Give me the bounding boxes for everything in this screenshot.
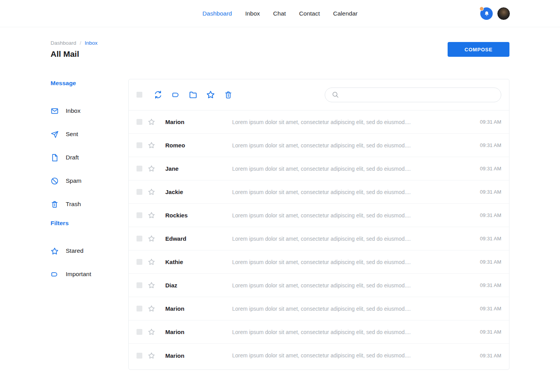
mail-list: Marion Lorem ipsum dolor sit amet, conse… <box>129 110 509 369</box>
sidebar-item-label: Spam <box>66 177 82 184</box>
star-icon[interactable] <box>148 142 155 149</box>
star-icon[interactable] <box>148 235 155 242</box>
sidebar-item-label: Stared <box>66 247 84 254</box>
mail-preview: Lorem ipsum dolor sit amet, consectetur … <box>232 306 474 312</box>
star-icon[interactable] <box>148 352 155 359</box>
mail-time: 09:31 AM <box>474 259 501 265</box>
mail-time: 09:31 AM <box>474 119 501 125</box>
mail-row[interactable]: Kathie Lorem ipsum dolor sit amet, conse… <box>129 250 509 274</box>
search-input[interactable] <box>343 92 495 98</box>
row-checkbox[interactable] <box>136 166 142 172</box>
mail-row[interactable]: Marion Lorem ipsum dolor sit amet, conse… <box>129 110 509 134</box>
mail-row[interactable]: Marion Lorem ipsum dolor sit amet, conse… <box>129 297 509 320</box>
mail-preview: Lorem ipsum dolor sit amet, consectetur … <box>232 282 474 289</box>
star-icon[interactable] <box>148 188 155 196</box>
sidebar-item-spam[interactable]: Spam <box>51 169 128 192</box>
mail-row[interactable]: Romeo Lorem ipsum dolor sit amet, consec… <box>129 134 509 157</box>
star-icon[interactable] <box>148 118 155 126</box>
nav-dashboard[interactable]: Dashboard <box>203 10 232 17</box>
row-checkbox[interactable] <box>136 189 142 195</box>
mail-preview: Lorem ipsum dolor sit amet, consectetur … <box>232 166 474 172</box>
star-icon[interactable] <box>148 282 155 289</box>
mail-sender: Diaz <box>165 282 232 289</box>
nav-contact[interactable]: Contact <box>299 10 320 17</box>
nav-chat[interactable]: Chat <box>273 10 286 17</box>
trash-icon <box>51 200 59 208</box>
trash-icon[interactable] <box>224 90 233 99</box>
mail-row[interactable]: Edward Lorem ipsum dolor sit amet, conse… <box>129 227 509 250</box>
mail-preview: Lorem ipsum dolor sit amet, consectetur … <box>232 329 474 335</box>
mail-sender: Kathie <box>165 259 232 265</box>
select-all-checkbox[interactable] <box>136 92 142 98</box>
draft-icon <box>51 154 59 162</box>
mail-row[interactable]: Marion Lorem ipsum dolor sit amet, conse… <box>129 344 509 367</box>
row-checkbox[interactable] <box>136 119 142 125</box>
row-checkbox[interactable] <box>136 353 142 359</box>
star-icon[interactable] <box>148 328 155 336</box>
sidebar-item-trash[interactable]: Trash <box>51 192 128 216</box>
star-icon[interactable] <box>148 165 155 172</box>
header-actions <box>480 0 510 27</box>
mail-row[interactable]: Jackie Lorem ipsum dolor sit amet, conse… <box>129 180 509 204</box>
mail-preview: Lorem ipsum dolor sit amet, consectetur … <box>232 189 474 195</box>
sidebar-item-stared[interactable]: Stared <box>51 239 128 262</box>
folder-icon[interactable] <box>189 90 198 99</box>
sidebar-item-inbox[interactable]: Inbox <box>51 99 128 122</box>
mail-panel: Marion Lorem ipsum dolor sit amet, conse… <box>128 79 509 370</box>
mail-row[interactable]: Diaz Lorem ipsum dolor sit amet, consect… <box>129 274 509 297</box>
notification-bell-icon[interactable] <box>480 7 493 20</box>
sidebar-item-sent[interactable]: Sent <box>51 122 128 146</box>
row-checkbox[interactable] <box>136 282 142 288</box>
compose-button[interactable]: COMPOSE <box>448 42 509 57</box>
sidebar-item-draft[interactable]: Draft <box>51 146 128 169</box>
nav-inbox[interactable]: Inbox <box>245 10 260 17</box>
star-icon[interactable] <box>206 90 215 99</box>
row-checkbox[interactable] <box>136 212 142 218</box>
star-icon[interactable] <box>148 212 155 219</box>
row-checkbox[interactable] <box>136 259 142 265</box>
mail-sender: Romeo <box>165 142 232 149</box>
top-header: Dashboard Inbox Chat Contact Calendar <box>0 0 560 27</box>
row-checkbox[interactable] <box>136 306 142 312</box>
mail-time: 09:31 AM <box>474 142 501 148</box>
sidebar-item-important[interactable]: Important <box>51 262 128 286</box>
breadcrumb-dashboard[interactable]: Dashboard <box>51 40 76 46</box>
sidebar: Message Inbox Sent <box>51 79 128 370</box>
user-avatar[interactable] <box>497 7 510 20</box>
mail-row[interactable]: Jane Lorem ipsum dolor sit amet, consect… <box>129 157 509 180</box>
sidebar-item-label: Important <box>66 271 91 278</box>
row-checkbox[interactable] <box>136 329 142 335</box>
star-icon[interactable] <box>148 258 155 266</box>
page-body: Dashboard / Inbox All Mail COMPOSE Messa… <box>0 27 560 370</box>
mail-row[interactable]: Marion Lorem ipsum dolor sit amet, conse… <box>129 320 509 344</box>
refresh-icon[interactable] <box>154 90 163 99</box>
mail-sender: Edward <box>165 235 232 242</box>
row-checkbox[interactable] <box>136 236 142 242</box>
mail-sender: Marion <box>165 352 232 359</box>
star-icon <box>51 247 59 255</box>
breadcrumb-separator: / <box>80 40 81 46</box>
row-checkbox[interactable] <box>136 142 142 148</box>
label-icon <box>51 270 59 278</box>
mail-time: 09:31 AM <box>474 166 501 172</box>
nav-calendar[interactable]: Calendar <box>333 10 358 17</box>
label-icon[interactable] <box>171 90 180 99</box>
mail-time: 09:31 AM <box>474 306 501 312</box>
mail-time: 09:31 AM <box>474 236 501 242</box>
mail-sender: Jane <box>165 165 232 172</box>
mail-sender: Rockies <box>165 212 232 219</box>
mail-sender: Marion <box>165 329 232 335</box>
mail-preview: Lorem ipsum dolor sit amet, consectetur … <box>232 259 474 265</box>
sidebar-item-label: Sent <box>66 131 78 138</box>
block-icon <box>51 177 59 185</box>
star-icon[interactable] <box>148 305 155 312</box>
mail-time: 09:31 AM <box>474 329 501 335</box>
mail-row[interactable]: Rockies Lorem ipsum dolor sit amet, cons… <box>129 204 509 227</box>
page-title: All Mail <box>51 49 98 59</box>
sidebar-item-label: Trash <box>66 201 81 208</box>
mail-sender: Marion <box>165 119 232 125</box>
search-icon <box>332 91 339 98</box>
mail-sender: Marion <box>165 305 232 312</box>
breadcrumb: Dashboard / Inbox <box>51 40 98 46</box>
breadcrumb-inbox[interactable]: Inbox <box>85 40 98 46</box>
